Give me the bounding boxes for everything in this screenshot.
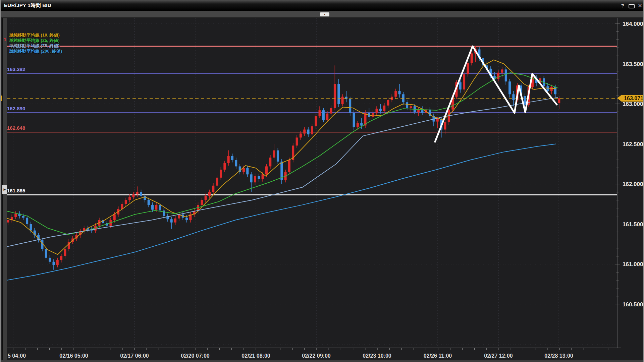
candle-body bbox=[148, 200, 150, 205]
y-axis-label: 161.000 bbox=[623, 261, 643, 267]
candle-body bbox=[22, 216, 24, 218]
candle-body bbox=[512, 94, 515, 100]
resistance-line-label-clipped: 1 bbox=[4, 37, 6, 42]
x-axis-label: 02/26 11:00 bbox=[424, 353, 452, 359]
candle-body bbox=[231, 156, 233, 160]
legend-sma200: 単純移動平均線 (200, 終値) bbox=[9, 49, 62, 54]
candle-body bbox=[319, 110, 321, 116]
candle-body bbox=[353, 113, 355, 127]
candle-body bbox=[467, 63, 469, 74]
candle-body bbox=[216, 178, 218, 186]
indicator-legend: 単純移動平均線 (10, 終値) 単純移動平均線 (25, 終値) 単純移動平均… bbox=[9, 33, 62, 54]
candle-body bbox=[128, 197, 131, 200]
candle-body bbox=[417, 110, 420, 112]
candle-body bbox=[49, 258, 51, 262]
candle-body bbox=[463, 74, 465, 89]
candle-body bbox=[60, 256, 62, 260]
candle-body bbox=[205, 196, 207, 200]
x-axis-label: 02/17 06:00 bbox=[120, 353, 149, 359]
candle-body bbox=[334, 84, 336, 108]
candle-body bbox=[250, 174, 253, 182]
y-axis-label: 163.000 bbox=[623, 101, 643, 107]
candle-body bbox=[132, 194, 135, 197]
candle-body bbox=[64, 249, 66, 256]
y-axis-label: 162.500 bbox=[623, 141, 643, 147]
candle-body bbox=[277, 150, 279, 162]
price-level-label: 163.382 bbox=[7, 66, 25, 72]
candle-body bbox=[246, 168, 249, 174]
candle-body bbox=[235, 160, 237, 166]
x-axis-label: 02/22 09:00 bbox=[302, 353, 331, 359]
candle-body bbox=[14, 214, 17, 217]
candle-body bbox=[436, 119, 439, 121]
current-price-value: 163.071 bbox=[624, 96, 643, 101]
candle-body bbox=[269, 158, 271, 166]
chevron-right-icon: ▶ bbox=[4, 188, 6, 191]
candle-body bbox=[258, 176, 260, 179]
candle-body bbox=[383, 106, 385, 111]
candle-body bbox=[508, 81, 511, 94]
candle-body bbox=[151, 205, 154, 209]
candle-body bbox=[394, 91, 397, 97]
candle-body bbox=[315, 116, 317, 126]
candle-body bbox=[159, 205, 161, 210]
candle-body bbox=[254, 176, 256, 182]
candle-body bbox=[26, 218, 28, 224]
candle-body bbox=[387, 100, 389, 106]
price-level-label: 162.890 bbox=[7, 106, 25, 111]
candle-body bbox=[471, 53, 473, 63]
price-level-label: 161.865 bbox=[7, 188, 25, 193]
candle-body bbox=[140, 192, 142, 196]
price-chart[interactable]: 163.382162.890162.648161.865164.000163.5… bbox=[1, 0, 644, 362]
x-axis-label: 02/16 05:00 bbox=[59, 353, 88, 359]
x-axis-label: 5 04:00 bbox=[8, 353, 26, 359]
candle-body bbox=[406, 102, 408, 108]
candle-body bbox=[505, 69, 507, 81]
candle-body bbox=[546, 86, 549, 91]
price-level-label: 162.648 bbox=[7, 125, 25, 131]
candle-body bbox=[501, 69, 503, 73]
candle-body bbox=[376, 109, 378, 113]
candle-body bbox=[265, 166, 268, 174]
candle-body bbox=[554, 87, 556, 95]
candle-body bbox=[357, 123, 359, 127]
legend-sma25: 単純移動平均線 (25, 終値) bbox=[9, 38, 62, 43]
candle-body bbox=[296, 137, 298, 145]
candle-body bbox=[52, 262, 55, 265]
y-axis-label: 163.500 bbox=[623, 61, 643, 67]
candle-body bbox=[243, 168, 245, 172]
y-axis-label: 164.000 bbox=[623, 21, 643, 27]
x-axis-label: 02/23 10:00 bbox=[363, 353, 391, 359]
candle-body bbox=[170, 219, 173, 223]
candle-body bbox=[155, 205, 157, 209]
candle-body bbox=[307, 129, 310, 134]
candle-body bbox=[459, 82, 462, 89]
candle-body bbox=[174, 219, 176, 223]
expand-panel-button[interactable]: ▶ bbox=[2, 185, 7, 194]
candle-body bbox=[288, 160, 290, 172]
candle-body bbox=[421, 110, 423, 113]
current-price-tag: 163.071 bbox=[617, 95, 644, 102]
candle-body bbox=[56, 260, 59, 265]
candle-body bbox=[349, 99, 351, 113]
candle-body bbox=[121, 204, 123, 209]
x-axis-label: 02/27 12:00 bbox=[484, 353, 513, 359]
candle-body bbox=[185, 218, 188, 220]
candle-body bbox=[398, 91, 400, 95]
x-axis-label: 02/20 07:00 bbox=[181, 353, 210, 359]
candle-body bbox=[330, 108, 332, 114]
candle-body bbox=[45, 249, 47, 258]
candle-body bbox=[337, 84, 340, 104]
candle-body bbox=[223, 163, 226, 170]
candle-body bbox=[558, 98, 560, 103]
legend-sma10: 単純移動平均線 (10, 終値) bbox=[9, 33, 62, 38]
candle-body bbox=[163, 210, 165, 216]
x-axis-label: 02/28 13:00 bbox=[544, 353, 573, 359]
candle-body bbox=[220, 170, 222, 178]
y-axis-label: 161.500 bbox=[623, 221, 643, 228]
candle-body bbox=[311, 126, 313, 134]
candle-body bbox=[227, 156, 230, 163]
candle-body bbox=[113, 215, 116, 220]
window-bottom-border bbox=[1, 360, 643, 362]
candle-body bbox=[550, 87, 553, 91]
